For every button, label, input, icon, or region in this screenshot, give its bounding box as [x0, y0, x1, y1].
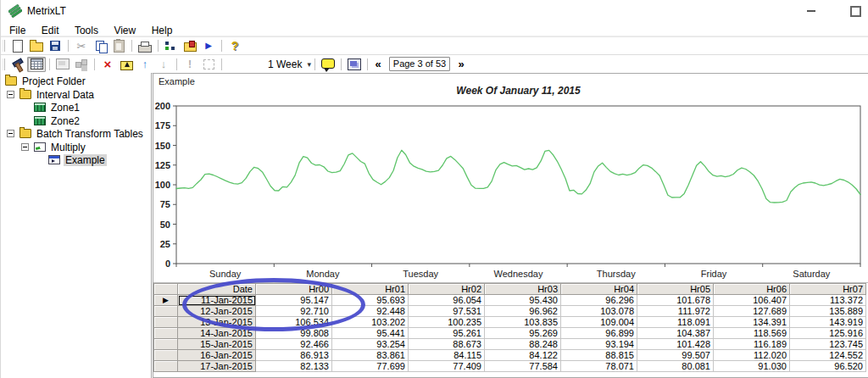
menu-item-tools[interactable]: Tools: [69, 24, 104, 36]
row-header-cell[interactable]: [154, 361, 178, 372]
menu-item-help[interactable]: Help: [146, 24, 179, 36]
delete-button[interactable]: ×: [98, 57, 117, 72]
value-cell[interactable]: 77.584: [485, 361, 561, 372]
tree-item-example[interactable]: Example: [1, 153, 151, 166]
row-header-cell[interactable]: [154, 317, 178, 328]
chart-image-button[interactable]: [345, 57, 364, 72]
value-cell[interactable]: 134.391: [714, 317, 790, 328]
date-cell[interactable]: 13-Jan-2015: [178, 317, 256, 328]
value-cell[interactable]: 111.972: [637, 306, 714, 317]
value-cell[interactable]: 96.520: [790, 361, 866, 372]
value-cell[interactable]: 88.673: [409, 339, 485, 350]
value-cell[interactable]: 84.115: [409, 350, 485, 361]
value-cell[interactable]: 95.269: [485, 328, 561, 339]
menu-item-file[interactable]: File: [3, 24, 31, 36]
date-cell[interactable]: 17-Jan-2015: [178, 361, 256, 372]
row-header-cell[interactable]: [154, 350, 178, 361]
row-header-cell[interactable]: [154, 328, 178, 339]
page-indicator[interactable]: Page 3 of 53: [389, 57, 450, 71]
tree-item-interval-data[interactable]: Interval Data: [1, 88, 151, 101]
toolbar-grip[interactable]: [3, 40, 5, 52]
toolbar-grip[interactable]: [3, 58, 5, 70]
column-header-hr04[interactable]: Hr04: [561, 284, 637, 295]
maximize-button[interactable]: [840, 0, 868, 22]
value-cell[interactable]: 95.147: [256, 295, 332, 306]
new-button[interactable]: [8, 38, 27, 53]
collapse-minus-icon[interactable]: [21, 143, 29, 151]
column-header-hr07[interactable]: Hr07: [790, 284, 866, 295]
wizard-button[interactable]: [8, 57, 27, 72]
date-cell[interactable]: 12-Jan-2015: [178, 306, 256, 317]
value-cell[interactable]: 99.808: [256, 328, 332, 339]
copy-button[interactable]: [91, 38, 109, 53]
value-cell[interactable]: 103.078: [561, 306, 637, 317]
value-cell[interactable]: 127.689: [714, 306, 790, 317]
collapse-minus-icon[interactable]: [7, 130, 14, 137]
value-cell[interactable]: 97.531: [409, 306, 485, 317]
value-cell[interactable]: 96.296: [561, 295, 637, 306]
value-cell[interactable]: 124.552: [790, 350, 866, 361]
value-cell[interactable]: 101.428: [637, 339, 714, 350]
hierarchy-view-button[interactable]: [162, 38, 181, 53]
current-row-marker[interactable]: ▶: [154, 295, 178, 306]
value-cell[interactable]: 103.835: [485, 317, 561, 328]
value-cell[interactable]: 80.081: [637, 361, 714, 372]
value-cell[interactable]: 93.254: [332, 339, 409, 350]
value-cell[interactable]: 101.678: [637, 295, 714, 306]
value-cell[interactable]: 77.699: [332, 361, 409, 372]
folder-up-button[interactable]: [117, 57, 136, 72]
table-view-button[interactable]: [27, 57, 46, 72]
value-cell[interactable]: 112.020: [714, 350, 790, 361]
tree-item-batch-transform-tables[interactable]: Batch Transform Tables: [1, 127, 151, 140]
column-header-hr00[interactable]: Hr00: [256, 284, 332, 295]
move-up-button[interactable]: ↑: [136, 57, 154, 72]
value-cell[interactable]: 78.071: [561, 361, 637, 372]
period-dropdown[interactable]: 1 Week ▾: [268, 58, 311, 70]
column-header-hr05[interactable]: Hr05: [637, 284, 714, 295]
row-header-cell[interactable]: [154, 339, 178, 350]
value-cell[interactable]: 93.194: [561, 339, 637, 350]
value-cell[interactable]: 118.569: [714, 328, 790, 339]
save-button[interactable]: [46, 38, 64, 53]
help-button[interactable]: ?: [225, 38, 244, 53]
minimize-button[interactable]: [796, 0, 826, 22]
value-cell[interactable]: 95.693: [332, 295, 409, 306]
value-cell[interactable]: 104.387: [637, 328, 714, 339]
value-cell[interactable]: 109.004: [561, 317, 637, 328]
value-cell[interactable]: 103.202: [332, 317, 409, 328]
column-header-date[interactable]: Date: [178, 284, 256, 295]
menu-item-view[interactable]: View: [108, 24, 142, 36]
tree-item-zone1[interactable]: Zone1: [1, 101, 151, 114]
date-cell[interactable]: 11-Jan-2015: [178, 295, 256, 306]
next-page-button[interactable]: »: [454, 57, 468, 72]
prev-page-button[interactable]: «: [371, 57, 385, 72]
tree-item-project-folder[interactable]: Project Folder: [1, 75, 151, 87]
column-header-hr06[interactable]: Hr06: [714, 284, 790, 295]
value-cell[interactable]: 95.261: [409, 328, 485, 339]
date-cell[interactable]: 15-Jan-2015: [178, 339, 256, 350]
value-cell[interactable]: 95.430: [485, 295, 561, 306]
value-cell[interactable]: 88.248: [485, 339, 561, 350]
value-cell[interactable]: 84.122: [485, 350, 561, 361]
value-cell[interactable]: 92.710: [256, 306, 332, 317]
value-cell[interactable]: 92.448: [332, 306, 409, 317]
value-cell[interactable]: 95.441: [332, 328, 409, 339]
value-cell[interactable]: 113.372: [790, 295, 866, 306]
comment-button[interactable]: [319, 57, 337, 72]
value-cell[interactable]: 135.889: [790, 306, 866, 317]
value-cell[interactable]: 88.815: [561, 350, 637, 361]
tree-item-multiply[interactable]: Multiply: [1, 141, 151, 153]
value-cell[interactable]: 86.913: [256, 350, 332, 361]
value-cell[interactable]: 92.466: [256, 339, 332, 350]
date-cell[interactable]: 16-Jan-2015: [178, 350, 256, 361]
print-button[interactable]: [136, 38, 154, 53]
value-cell[interactable]: 100.235: [409, 317, 485, 328]
value-cell[interactable]: 77.409: [409, 361, 485, 372]
column-header-hr03[interactable]: Hr03: [485, 284, 561, 295]
value-cell[interactable]: 106.534: [256, 317, 332, 328]
row-header-cell[interactable]: [154, 306, 178, 317]
value-cell[interactable]: 91.030: [714, 361, 790, 372]
value-cell[interactable]: 83.861: [332, 350, 409, 361]
value-cell[interactable]: 106.407: [714, 295, 790, 306]
value-cell[interactable]: 96.962: [485, 306, 561, 317]
